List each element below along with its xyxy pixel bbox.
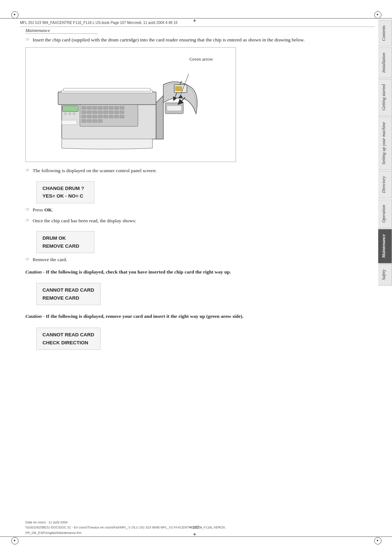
sidebar-tab-contents[interactable]: Contents bbox=[378, 20, 392, 46]
reg-mark-tr bbox=[373, 10, 382, 19]
svg-rect-3 bbox=[64, 88, 151, 91]
svg-rect-28 bbox=[120, 115, 124, 118]
svg-rect-23 bbox=[93, 115, 97, 118]
svg-rect-11 bbox=[114, 106, 119, 109]
svg-rect-19 bbox=[114, 111, 119, 114]
svg-rect-37 bbox=[62, 120, 77, 125]
display-line-3-2: REMOVE CARD bbox=[42, 294, 94, 302]
svg-rect-12 bbox=[120, 106, 124, 109]
instruction-text-2: The following is displayed on the scanne… bbox=[33, 167, 157, 174]
svg-rect-27 bbox=[114, 115, 119, 118]
display-box-1: CHANGE DRUM ? YES= OK - NO= C bbox=[36, 181, 94, 203]
svg-rect-16 bbox=[98, 111, 102, 114]
svg-point-36 bbox=[73, 113, 75, 115]
svg-rect-30 bbox=[87, 119, 91, 122]
sidebar-tab-setting-up[interactable]: Setting up your machine bbox=[378, 117, 392, 170]
green-arrow-label: Green arrow bbox=[189, 56, 213, 62]
instruction-text-3: Press OK. bbox=[33, 206, 53, 214]
svg-rect-18 bbox=[109, 111, 113, 114]
instruction-icon-4: ☞ bbox=[25, 218, 30, 223]
footer-path: \\Sct01002\BE31-DOC\DOC 31 - En cours\Tr… bbox=[25, 525, 371, 530]
footer-file: FR_GB_ESP\Anglais\Maintenance.frm bbox=[25, 530, 371, 535]
display-box-3: CANNOT READ CARD REMOVE CARD bbox=[36, 283, 101, 305]
svg-rect-22 bbox=[87, 115, 91, 118]
instruction-text-5: Remove the card. bbox=[33, 256, 67, 263]
display-line-3-1: CANNOT READ CARD bbox=[42, 286, 94, 294]
svg-rect-9 bbox=[103, 106, 108, 109]
reg-mark-br bbox=[373, 536, 382, 545]
display-line-2-2: REMOVE CARD bbox=[42, 242, 88, 250]
top-header: MFL 251 523 984_FAXCENTRE F116_F116 L US… bbox=[20, 19, 375, 27]
sidebar-tab-directory[interactable]: Directory bbox=[378, 171, 392, 198]
sidebar-tab-safety[interactable]: Safety bbox=[378, 264, 392, 285]
display-line-2-1: DRUM OK bbox=[42, 234, 88, 242]
caution-text-2: - If the following is displayed, remove … bbox=[43, 313, 244, 319]
instruction-icon-5: ☞ bbox=[25, 256, 30, 262]
svg-rect-7 bbox=[93, 106, 97, 109]
svg-rect-25 bbox=[103, 115, 108, 118]
instruction-step5: ☞ Remove the card. bbox=[25, 256, 371, 263]
instruction-step3: ☞ Press OK. bbox=[25, 206, 371, 214]
display-line-1-2: YES= OK - NO= C bbox=[42, 192, 88, 200]
svg-rect-1 bbox=[58, 92, 156, 105]
caution-word-1: Caution bbox=[25, 269, 42, 275]
sidebar-tab-operation[interactable]: Operation bbox=[378, 199, 392, 228]
instruction-step2: ☞ The following is displayed on the scan… bbox=[25, 167, 371, 174]
fax-illustration bbox=[44, 56, 218, 154]
diagram-inner: Green arrow bbox=[30, 52, 231, 157]
reg-mark-bl bbox=[10, 536, 19, 545]
svg-rect-6 bbox=[87, 106, 91, 109]
display-line-4-1: CANNOT READ CARD bbox=[42, 331, 94, 339]
svg-rect-33 bbox=[62, 106, 78, 112]
instruction-text-4: Once the chip card has been read, the di… bbox=[33, 217, 136, 224]
svg-rect-5 bbox=[82, 106, 86, 109]
header-filename: MFL 251 523 984_FAXCENTRE F116_F116 L US… bbox=[20, 21, 177, 25]
svg-rect-32 bbox=[98, 119, 102, 122]
svg-rect-14 bbox=[87, 111, 91, 114]
caution-text-1: - If the following is displayed, check t… bbox=[43, 269, 231, 275]
svg-rect-24 bbox=[98, 115, 102, 118]
svg-rect-13 bbox=[82, 111, 86, 114]
footer-date: Date en cours : 11 août 2004 bbox=[25, 520, 371, 525]
sidebar-tab-getting-started[interactable]: Getting started bbox=[378, 79, 392, 116]
svg-rect-10 bbox=[109, 106, 113, 109]
svg-point-34 bbox=[64, 113, 66, 115]
sidebar: Contents Installation Getting started Se… bbox=[376, 20, 392, 535]
svg-rect-31 bbox=[93, 119, 97, 122]
instruction-step1: ☞ Insert the chip card (supplied with th… bbox=[25, 36, 371, 44]
instruction-step4: ☞ Once the chip card has been read, the … bbox=[25, 217, 371, 224]
svg-rect-15 bbox=[93, 111, 97, 114]
main-content: ☞ Insert the chip card (supplied with th… bbox=[25, 36, 371, 522]
svg-rect-39 bbox=[167, 106, 181, 111]
diagram-container: Green arrow bbox=[25, 47, 236, 162]
svg-rect-26 bbox=[109, 115, 113, 118]
display-line-1-1: CHANGE DRUM ? bbox=[42, 185, 88, 193]
hline-bottom bbox=[0, 536, 392, 537]
display-line-4-2: CHECK DIRECTION bbox=[42, 339, 94, 347]
svg-rect-20 bbox=[120, 111, 124, 114]
section-label: Maintenance bbox=[25, 28, 98, 34]
svg-rect-42 bbox=[175, 86, 182, 91]
footer-info: Date en cours : 11 août 2004 \\Sct01002\… bbox=[25, 520, 371, 535]
caution-block-1: Caution - If the following is displayed,… bbox=[25, 268, 371, 276]
svg-rect-29 bbox=[82, 119, 86, 122]
svg-rect-17 bbox=[103, 111, 108, 114]
instruction-icon-2: ☞ bbox=[25, 167, 30, 173]
hline-top bbox=[0, 18, 392, 19]
instruction-icon-3: ☞ bbox=[25, 207, 30, 212]
sidebar-tab-maintenance[interactable]: Maintenance bbox=[378, 229, 392, 263]
reg-mark-tl bbox=[10, 10, 19, 19]
instruction-text-1: Insert the chip card (supplied with the … bbox=[33, 36, 305, 44]
svg-rect-8 bbox=[98, 106, 102, 109]
display-box-4: CANNOT READ CARD CHECK DIRECTION bbox=[36, 328, 101, 350]
sidebar-tab-installation[interactable]: Installation bbox=[378, 47, 392, 78]
caution-word-2: Caution bbox=[25, 313, 42, 319]
svg-point-35 bbox=[69, 113, 71, 115]
caution-block-2: Caution - If the following is displayed,… bbox=[25, 312, 371, 320]
svg-rect-21 bbox=[82, 115, 86, 118]
instruction-icon-1: ☞ bbox=[25, 37, 30, 42]
display-box-2: DRUM OK REMOVE CARD bbox=[36, 231, 94, 253]
